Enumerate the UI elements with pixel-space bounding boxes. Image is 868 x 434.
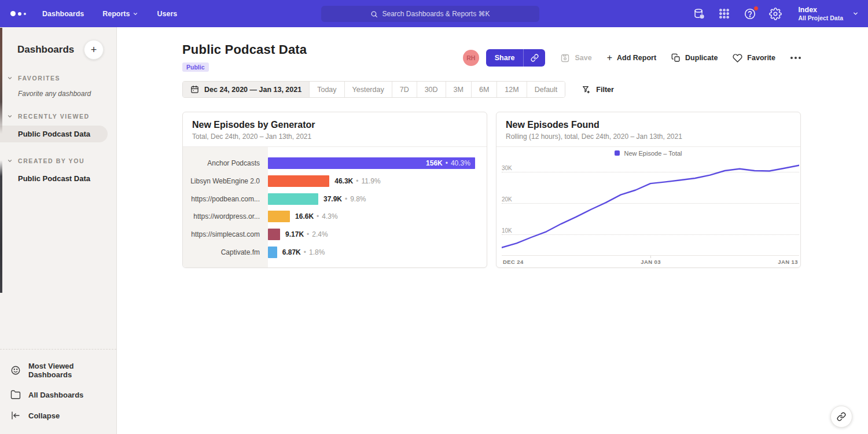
preset-12m[interactable]: 12M bbox=[496, 82, 526, 97]
apps-grid-icon[interactable] bbox=[718, 8, 731, 20]
collapse-icon bbox=[10, 410, 21, 421]
preset-today[interactable]: Today bbox=[309, 82, 344, 97]
workspace-name: Index bbox=[798, 6, 843, 15]
sidebar-item-public-podcast-data[interactable]: Public Podcast Data bbox=[0, 126, 108, 142]
trend-line bbox=[502, 165, 799, 248]
bar-value: 6.87K bbox=[282, 248, 301, 256]
filter-funnel-icon bbox=[582, 85, 591, 94]
chart-legend: New Episode – Total bbox=[496, 147, 800, 159]
chevron-down-icon bbox=[133, 11, 138, 17]
help-icon[interactable] bbox=[744, 8, 756, 20]
preset-7d[interactable]: 7D bbox=[392, 82, 417, 97]
section-created-by-you[interactable]: CREATED BY YOU bbox=[0, 157, 116, 164]
most-viewed-dashboards-button[interactable]: Most Viewed Dashboards bbox=[0, 356, 116, 384]
link-icon bbox=[837, 412, 846, 421]
top-nav: Dashboards Reports Users Search Dashboar… bbox=[0, 0, 868, 27]
collapse-sidebar-button[interactable]: Collapse bbox=[0, 405, 116, 426]
plus-icon: + bbox=[607, 53, 612, 63]
data-sources-icon[interactable] bbox=[693, 8, 705, 20]
share-button-group: Share bbox=[486, 49, 546, 67]
nav-users[interactable]: Users bbox=[157, 10, 177, 18]
date-range-picker[interactable]: Dec 24, 2020 — Jan 13, 2021 bbox=[183, 82, 309, 97]
bar-segment[interactable]: 156K • 40.3% bbox=[268, 157, 475, 169]
preset-6m[interactable]: 6M bbox=[471, 82, 496, 97]
search-placeholder: Search Dashboards & Reports ⌘K bbox=[382, 10, 490, 18]
bar-percent: 4.3% bbox=[322, 212, 337, 220]
bar-value: 46.3K bbox=[334, 177, 353, 185]
bar-row: Captivate.fm 6.87K • 1.8% bbox=[183, 244, 487, 261]
chevron-down-icon bbox=[7, 158, 13, 164]
duplicate-icon bbox=[671, 53, 681, 62]
link-icon bbox=[531, 54, 539, 62]
card-subtitle: Total, Dec 24th, 2020 – Jan 13th, 2021 bbox=[192, 133, 477, 141]
preset-3m[interactable]: 3M bbox=[446, 82, 471, 97]
bar-percent: 9.8% bbox=[350, 195, 366, 203]
workspace-subtitle: All Project Data bbox=[798, 14, 843, 21]
preset-default[interactable]: Default bbox=[527, 82, 565, 97]
main-content: Public Podcast Data Public RH Share bbox=[117, 27, 868, 434]
bar-category-label: Anchor Podcasts bbox=[183, 159, 268, 167]
avatar[interactable]: RH bbox=[463, 50, 479, 66]
card-title: New Episodes by Generator bbox=[192, 120, 477, 130]
bar-percent: 1.8% bbox=[309, 248, 325, 256]
card-new-episodes-found: New Episodes Found Rolling (12 hours), t… bbox=[496, 112, 801, 268]
x-axis: DEC 24 JAN 03 JAN 13 bbox=[502, 255, 799, 268]
chevron-down-icon bbox=[852, 10, 859, 17]
favorites-empty-text: Favorite any dashboard bbox=[0, 82, 116, 98]
bar-row: https://simplecast.com 9.17K • 2.4% bbox=[183, 226, 487, 243]
legend-label: New Episode – Total bbox=[624, 150, 682, 157]
more-actions-button[interactable] bbox=[790, 57, 801, 59]
chevron-down-icon bbox=[7, 113, 13, 119]
section-recently-viewed[interactable]: RECENTLY VIEWED bbox=[0, 113, 116, 120]
smiley-icon bbox=[10, 365, 21, 376]
nav-reports[interactable]: Reports bbox=[102, 10, 138, 18]
legend-swatch bbox=[615, 150, 620, 156]
all-dashboards-button[interactable]: All Dashboards bbox=[0, 384, 116, 405]
save-icon bbox=[560, 53, 570, 63]
preset-yesterday[interactable]: Yesterday bbox=[344, 82, 392, 97]
duplicate-button[interactable]: Duplicate bbox=[671, 53, 718, 62]
share-link-fab[interactable] bbox=[830, 406, 852, 428]
line-chart[interactable]: 30K 20K 10K bbox=[502, 159, 799, 255]
bar-row: https://wordpress.or... 16.6K • 4.3% bbox=[183, 208, 487, 225]
save-button[interactable]: Save bbox=[560, 53, 591, 63]
share-button[interactable]: Share bbox=[486, 49, 524, 67]
add-report-button[interactable]: + Add Report bbox=[607, 53, 656, 63]
visibility-badge: Public bbox=[182, 62, 209, 72]
nav-dashboards[interactable]: Dashboards bbox=[42, 10, 84, 18]
bar-segment[interactable] bbox=[268, 247, 277, 258]
bar-segment[interactable] bbox=[268, 211, 290, 222]
share-link-button[interactable] bbox=[523, 49, 545, 67]
section-favorites[interactable]: FAVORITES bbox=[0, 75, 116, 82]
add-dashboard-button[interactable]: + bbox=[84, 40, 104, 60]
bar-segment[interactable] bbox=[268, 193, 318, 205]
sidebar-edge-artifact bbox=[0, 28, 2, 293]
search-input[interactable]: Search Dashboards & Reports ⌘K bbox=[321, 6, 539, 22]
workspace-switcher[interactable]: Index All Project Data bbox=[798, 6, 859, 22]
card-subtitle: Rolling (12 hours), total, Dec 24th, 202… bbox=[506, 133, 791, 141]
notification-badge bbox=[753, 6, 759, 11]
bar-segment[interactable] bbox=[268, 229, 280, 240]
preset-30d[interactable]: 30D bbox=[417, 82, 446, 97]
settings-gear-icon[interactable] bbox=[769, 8, 782, 20]
chevron-down-icon bbox=[7, 75, 13, 81]
bar-value: 16.6K bbox=[295, 212, 314, 220]
x-tick-label: DEC 24 bbox=[503, 259, 524, 265]
bar-segment[interactable] bbox=[268, 175, 329, 187]
bar-percent: 2.4% bbox=[312, 230, 328, 238]
bar-row: https://podbean.com... 37.9K • 9.8% bbox=[183, 190, 487, 208]
x-tick-label: JAN 13 bbox=[778, 259, 798, 265]
sidebar-item-public-podcast-data-created[interactable]: Public Podcast Data bbox=[0, 170, 116, 187]
date-filter-bar: Dec 24, 2020 — Jan 13, 2021 Today Yester… bbox=[182, 81, 801, 98]
bar-category-label: https://simplecast.com bbox=[183, 230, 268, 238]
mode-logo[interactable] bbox=[10, 11, 26, 16]
filter-button[interactable]: Filter bbox=[582, 85, 614, 94]
favorite-button[interactable]: Favorite bbox=[733, 53, 775, 63]
bar-category-label: Libsyn WebEngine 2.0 bbox=[183, 177, 268, 185]
x-tickmark bbox=[650, 256, 651, 258]
plus-icon: + bbox=[91, 44, 97, 56]
bar-row: Anchor Podcasts 156K • 40.3% bbox=[183, 155, 487, 172]
date-range-control: Dec 24, 2020 — Jan 13, 2021 Today Yester… bbox=[182, 81, 565, 98]
bar-chart: Anchor Podcasts 156K • 40.3% bbox=[183, 147, 487, 268]
card-new-episodes-by-generator: New Episodes by Generator Total, Dec 24t… bbox=[182, 112, 487, 268]
